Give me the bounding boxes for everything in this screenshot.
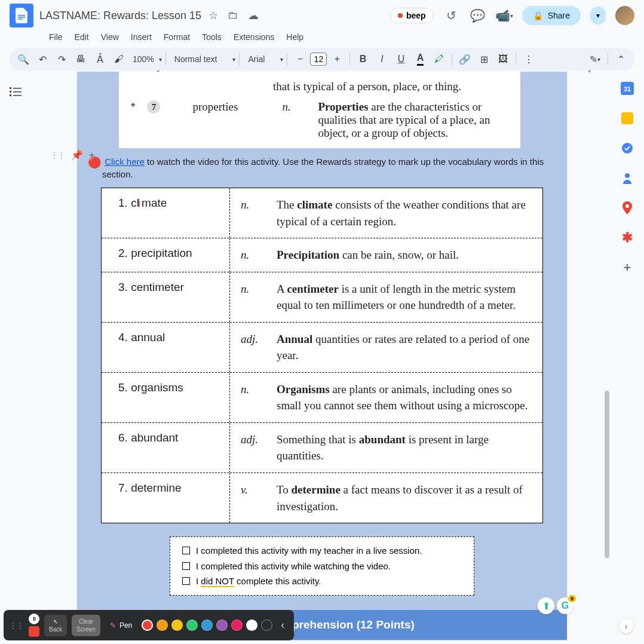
document-area[interactable]: ▾ ▾ ⋮⋮ 📌 + that is typical of a person, … xyxy=(33,70,611,640)
image-icon[interactable]: 🖼 xyxy=(494,50,512,68)
undo-icon[interactable]: ↶ xyxy=(33,50,51,68)
stop-icon[interactable] xyxy=(29,626,39,637)
editing-mode-icon[interactable]: ✎ ▾ xyxy=(586,50,604,68)
word-properties: properties xyxy=(192,100,270,114)
vocab-row-5: 5. organisms n.Organisms are plants or a… xyxy=(102,373,542,423)
back-tool[interactable]: ↖Back xyxy=(44,615,67,636)
svg-rect-11 xyxy=(621,112,633,124)
text-color-icon[interactable]: A xyxy=(411,50,429,68)
svg-point-14 xyxy=(625,204,629,208)
search-icon[interactable]: 🔍 xyxy=(14,50,32,68)
color-palette xyxy=(142,620,272,631)
menu-view[interactable]: View xyxy=(96,30,124,44)
italic-icon[interactable]: I xyxy=(373,50,391,68)
user-avatar[interactable] xyxy=(615,6,634,25)
share-button[interactable]: 🔒 Share xyxy=(522,6,581,25)
collapse-annotate-icon[interactable]: ‹ xyxy=(277,619,288,631)
checkbox-1[interactable] xyxy=(182,547,190,554)
drag-handle-icon[interactable]: ⋮⋮ xyxy=(51,151,65,160)
annotation-toolbar[interactable]: ⋮⋮ ⏸ ↖Back ClearScreen ✎Pen ‹ xyxy=(4,610,294,640)
tasks-icon[interactable] xyxy=(620,141,634,155)
paint-format-icon[interactable]: 🖌 xyxy=(110,50,128,68)
beep-button[interactable]: beep xyxy=(390,8,434,23)
keep-icon[interactable] xyxy=(620,111,634,125)
top-definition-table: that is typical of a person, place, or t… xyxy=(119,72,520,148)
star-icon[interactable]: ☆ xyxy=(208,9,218,22)
collapse-panel-icon[interactable]: › xyxy=(619,619,633,633)
docs-icon[interactable] xyxy=(10,4,33,27)
menu-help[interactable]: Help xyxy=(281,30,308,44)
contacts-icon[interactable] xyxy=(620,171,634,185)
underline-icon[interactable]: U xyxy=(392,50,410,68)
comments-icon[interactable]: 💬 xyxy=(470,7,486,24)
more-icon[interactable]: ⋮ xyxy=(520,50,538,68)
svg-rect-0 xyxy=(18,15,25,16)
menu-tools[interactable]: Tools xyxy=(197,30,226,44)
pin-icon[interactable]: 📌 xyxy=(71,149,83,161)
color-yellow[interactable] xyxy=(171,620,183,631)
menu-edit[interactable]: Edit xyxy=(70,30,94,44)
color-black[interactable] xyxy=(261,620,272,631)
maps-icon[interactable] xyxy=(620,201,634,215)
meet-icon[interactable]: 📹 ▾ xyxy=(496,7,513,24)
color-red[interactable] xyxy=(142,620,153,631)
checkbox-2[interactable] xyxy=(182,562,190,570)
collapse-toolbar-icon[interactable]: ⌃ xyxy=(612,50,630,68)
menu-file[interactable]: File xyxy=(44,30,68,44)
move-icon[interactable]: 🗀 xyxy=(228,9,238,22)
history-icon[interactable]: ↺ xyxy=(443,7,460,24)
get-addons-icon[interactable]: + xyxy=(620,260,634,275)
spellcheck-icon[interactable]: Ả xyxy=(91,50,109,68)
zoom-select[interactable]: 100% xyxy=(129,54,158,64)
link-icon[interactable]: 🔗 xyxy=(456,50,474,68)
bold-icon[interactable]: B xyxy=(354,50,372,68)
addon-icon[interactable]: ✱ xyxy=(620,231,634,245)
checkbox-3[interactable] xyxy=(182,577,190,585)
svg-rect-7 xyxy=(10,94,11,96)
video-link[interactable]: Click here xyxy=(105,157,145,167)
decrease-font-icon[interactable]: − xyxy=(291,50,309,68)
highlight-icon[interactable]: 🖍 xyxy=(430,50,448,68)
vocab-row-1: 1. climate n.The climate consists of the… xyxy=(102,188,542,238)
left-rail xyxy=(0,70,33,640)
margin-tools: ⋮⋮ 📌 + xyxy=(51,149,94,161)
doc-title[interactable]: LASTNAME: Rewards: Lesson 15 xyxy=(39,10,201,22)
menu-insert[interactable]: Insert xyxy=(126,30,157,44)
font-size-input[interactable] xyxy=(310,53,327,66)
print-icon[interactable]: 🖶 xyxy=(72,50,90,68)
vocab-table: 1. climate n.The climate consists of the… xyxy=(101,188,543,523)
tab-marker-right[interactable]: ▾ xyxy=(588,70,591,75)
pen-tool[interactable]: ✎Pen xyxy=(105,621,137,630)
bullet-mark: * xyxy=(131,100,135,114)
color-green[interactable] xyxy=(186,620,198,631)
outline-icon[interactable] xyxy=(10,87,24,102)
add-comment-icon[interactable]: ⊞ xyxy=(475,50,493,68)
svg-rect-6 xyxy=(13,91,22,93)
menu-format[interactable]: Format xyxy=(159,30,195,44)
font-select[interactable]: Arial xyxy=(243,54,279,64)
page: ⋮⋮ 📌 + that is typical of a person, plac… xyxy=(77,72,567,640)
cloud-icon[interactable]: ☁ xyxy=(248,9,259,22)
color-purple[interactable] xyxy=(216,620,228,631)
share-dropdown[interactable]: ▾ xyxy=(590,7,606,24)
color-blue[interactable] xyxy=(201,620,213,631)
color-orange[interactable] xyxy=(157,620,168,631)
pause-icon[interactable]: ⏸ xyxy=(29,614,39,624)
menubar: File Edit View Insert Format Tools Exten… xyxy=(10,27,634,48)
clear-screen-tool[interactable]: ClearScreen xyxy=(72,615,100,636)
drag-grip-icon[interactable]: ⋮⋮ xyxy=(10,621,24,630)
color-magenta[interactable] xyxy=(231,620,243,631)
app-header: LASTNAME: Rewards: Lesson 15 ☆ 🗀 ☁ beep … xyxy=(0,0,644,48)
redo-icon[interactable]: ↷ xyxy=(53,50,70,68)
increase-font-icon[interactable]: + xyxy=(328,50,346,68)
scrollbar[interactable] xyxy=(603,74,611,644)
color-white[interactable] xyxy=(246,620,257,631)
scrollbar-thumb[interactable] xyxy=(605,391,609,558)
vocab-row-6: 6. abundant adj.Something that is abunda… xyxy=(102,423,542,473)
menu-extensions[interactable]: Extensions xyxy=(229,30,279,44)
svg-rect-2 xyxy=(18,19,23,20)
style-select[interactable]: Normal text xyxy=(170,54,232,64)
calendar-icon[interactable]: 31 xyxy=(620,81,634,96)
add-icon[interactable]: + xyxy=(89,150,94,161)
grammarly-widget[interactable]: ⬆ G9 xyxy=(538,597,574,614)
